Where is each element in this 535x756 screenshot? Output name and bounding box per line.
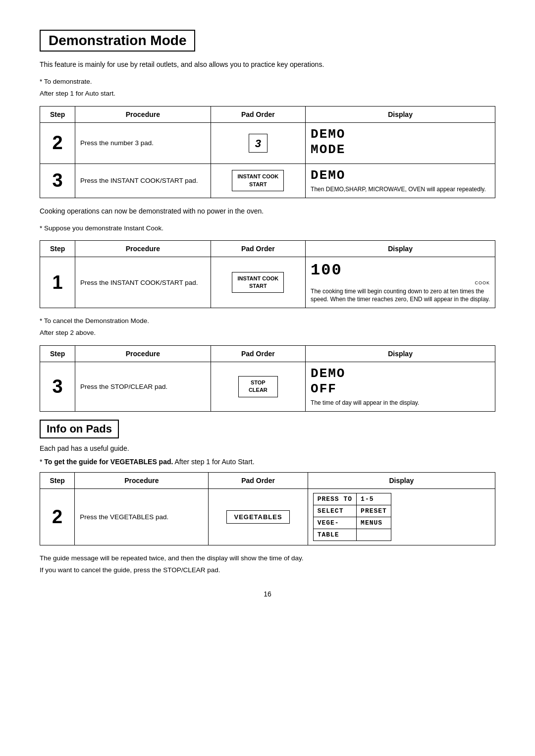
display-sub-text: The time of day will appear in the displ… xyxy=(311,399,490,407)
cancel-note1: * To cancel the Demonstration Mode. xyxy=(40,316,495,326)
col-procedure-2: Procedure xyxy=(75,241,211,257)
cooking-demo-text: Cooking operations can now be demonstrat… xyxy=(40,206,495,216)
lcd-cell: 1-5 xyxy=(357,493,391,505)
table-row: 2 Press the number 3 pad. 3 DEMOMODE xyxy=(40,122,495,163)
display-sub-text: The cooking time will begin counting dow… xyxy=(311,287,490,304)
col-padorder-4: Pad Order xyxy=(209,472,308,488)
pad-order: 3 xyxy=(211,122,305,163)
instant-cook-start-button[interactable]: INSTANT COOK START xyxy=(232,272,284,293)
pad-order: STOP CLEAR xyxy=(211,362,305,411)
lcd-display: DEMO xyxy=(311,168,490,183)
table-row: 1 Press the INSTANT COOK/START pad. INST… xyxy=(40,257,495,308)
lcd-display: DEMOOFF xyxy=(311,366,490,397)
suppose-note: * Suppose you demonstrate Instant Cook. xyxy=(40,223,495,233)
info-each-pad: Each pad has a useful guide. xyxy=(40,443,495,454)
table-row: 2 Press the VEGETABLES pad. VEGETABLES P… xyxy=(40,488,495,545)
col-step-4: Step xyxy=(40,472,75,488)
footer-text1: The guide message will be repeated twice… xyxy=(40,553,495,563)
info-pads-table: Step Procedure Pad Order Display 2 Press… xyxy=(40,472,495,545)
stop-clear-button[interactable]: STOP CLEAR xyxy=(238,376,278,397)
lcd-grid-display: PRESS TO 1-5 SELECT PRESET VEGE- MENUS T… xyxy=(313,493,391,541)
demo-note1: * To demonstrate. xyxy=(40,77,495,87)
lcd-cell xyxy=(357,529,391,540)
procedure-text: Press the INSTANT COOK/START pad. xyxy=(75,257,211,308)
demo-note2: After step 1 for Auto start. xyxy=(40,89,495,99)
demo-table-3: Step Procedure Pad Order Display 3 Press… xyxy=(40,345,495,412)
procedure-text: Press the INSTANT COOK/START pad. xyxy=(75,163,211,198)
step-number: 2 xyxy=(40,488,75,545)
display-area: DEMOOFF The time of day will appear in t… xyxy=(306,362,495,411)
col-step-1: Step xyxy=(40,106,75,122)
vegetables-button[interactable]: VEGETABLES xyxy=(226,510,289,524)
instant-cook-start-button[interactable]: INSTANT COOK START xyxy=(232,170,284,191)
procedure-text: Press the VEGETABLES pad. xyxy=(75,488,209,545)
col-padorder-3: Pad Order xyxy=(211,345,305,362)
table-row: 3 Press the STOP/CLEAR pad. STOP CLEAR D… xyxy=(40,362,495,411)
procedure-text: Press the number 3 pad. xyxy=(75,122,211,163)
col-display-1: Display xyxy=(306,106,495,122)
col-procedure-4: Procedure xyxy=(75,472,209,488)
page-title: Demonstration Mode xyxy=(40,30,195,52)
lcd-cell: MENUS xyxy=(357,517,391,529)
col-display-2: Display xyxy=(306,241,495,257)
lcd-display: DEMOMODE xyxy=(311,127,490,158)
page-number: 16 xyxy=(40,590,495,598)
display-area: PRESS TO 1-5 SELECT PRESET VEGE- MENUS T… xyxy=(308,488,495,545)
section-title-info-pads: Info on Pads xyxy=(40,420,119,438)
info-vege-note: * To get the guide for VEGETABLES pad. A… xyxy=(40,457,495,467)
info-vege-bold: * To get the guide for VEGETABLES pad. xyxy=(40,458,173,466)
step-number: 2 xyxy=(40,122,75,163)
col-step-3: Step xyxy=(40,345,75,362)
intro-text: This feature is mainly for use by retail… xyxy=(40,59,495,70)
cancel-note2: After step 2 above. xyxy=(40,328,495,338)
demo-table-1: Step Procedure Pad Order Display 2 Press… xyxy=(40,106,495,198)
display-area: DEMO Then DEMO,SHARP, MICROWAVE, OVEN wi… xyxy=(306,163,495,198)
col-procedure-1: Procedure xyxy=(75,106,211,122)
col-padorder-1: Pad Order xyxy=(211,106,305,122)
lcd-cell: SELECT xyxy=(313,505,356,517)
step-number: 3 xyxy=(40,362,75,411)
col-display-4: Display xyxy=(308,472,495,488)
lcd-cell: VEGE- xyxy=(313,517,356,529)
col-procedure-3: Procedure xyxy=(75,345,211,362)
pad-order: VEGETABLES xyxy=(209,488,308,545)
col-display-3: Display xyxy=(306,345,495,362)
number-pad[interactable]: 3 xyxy=(249,134,268,153)
lcd-cell: TABLE xyxy=(313,529,356,540)
display-sub-text: Then DEMO,SHARP, MICROWAVE, OVEN will ap… xyxy=(311,185,490,194)
lcd-display: 100 xyxy=(311,261,490,280)
cook-label: COOK xyxy=(311,280,490,285)
procedure-text: Press the STOP/CLEAR pad. xyxy=(75,362,211,411)
table-row: 3 Press the INSTANT COOK/START pad. INST… xyxy=(40,163,495,198)
demo-table-2: Step Procedure Pad Order Display 1 Press… xyxy=(40,240,495,308)
pad-order: INSTANT COOK START xyxy=(211,257,305,308)
step-number: 1 xyxy=(40,257,75,308)
display-area: 100 COOK The cooking time will begin cou… xyxy=(306,257,495,308)
lcd-cell: PRESET xyxy=(357,505,391,517)
col-step-2: Step xyxy=(40,241,75,257)
col-padorder-2: Pad Order xyxy=(211,241,305,257)
lcd-cell: PRESS TO xyxy=(313,493,356,505)
footer-text2: If you want to cancel the guide, press t… xyxy=(40,565,495,575)
step-number: 3 xyxy=(40,163,75,198)
display-area: DEMOMODE xyxy=(306,122,495,163)
info-vege-normal: After step 1 for Auto Start. xyxy=(175,458,255,466)
pad-order: INSTANT COOK START xyxy=(211,163,305,198)
